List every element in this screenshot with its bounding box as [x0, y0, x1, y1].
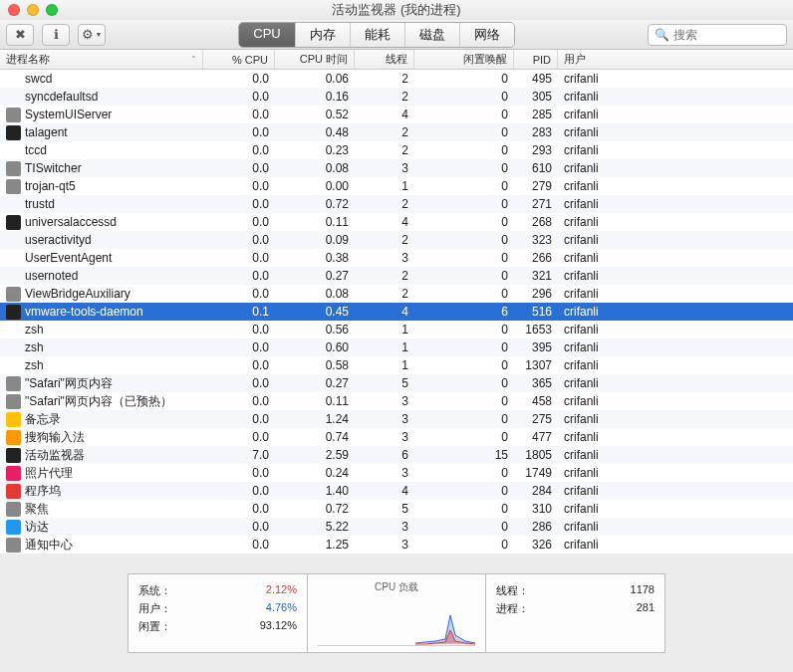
summary-row: 闲置：93.12%: [138, 619, 297, 634]
cell-user: crifanli: [558, 179, 793, 193]
cell-thread: 4: [355, 305, 414, 319]
cpu-load-chart-panel: CPU 负载: [307, 573, 486, 653]
table-row[interactable]: vmware-tools-daemon0.10.4546516crifanli: [0, 303, 793, 321]
app-icon: [6, 484, 21, 499]
process-name: syncdefaultsd: [25, 90, 98, 104]
table-row[interactable]: swcd0.00.0620495crifanli: [0, 70, 793, 88]
table-row[interactable]: "Safari"网页内容0.00.2750365crifanli: [0, 374, 793, 392]
col-header-name[interactable]: 进程名称˄: [0, 50, 203, 69]
table-row[interactable]: 聚焦0.00.7250310crifanli: [0, 500, 793, 518]
cell-cpu: 0.0: [203, 412, 275, 426]
col-header-user[interactable]: 用户: [558, 50, 793, 69]
cell-cpu: 0.1: [203, 305, 275, 319]
tab-网络[interactable]: 网络: [460, 23, 514, 47]
summary-key: 用户：: [138, 601, 171, 616]
table-row[interactable]: 访达0.05.2230286crifanli: [0, 518, 793, 536]
cell-thread: 2: [355, 233, 414, 247]
options-button[interactable]: ⚙▼: [78, 24, 106, 46]
cell-pid: 296: [514, 287, 558, 301]
cell-thread: 1: [355, 179, 414, 193]
col-header-time[interactable]: CPU 时间: [275, 50, 355, 69]
cell-time: 0.16: [275, 90, 355, 104]
table-row[interactable]: SystemUIServer0.00.5240285crifanli: [0, 106, 793, 123]
app-icon: [6, 520, 21, 535]
col-header-cpu[interactable]: % CPU: [203, 50, 275, 69]
tab-能耗[interactable]: 能耗: [351, 23, 405, 47]
cell-wake: 0: [414, 323, 514, 336]
table-row[interactable]: universalaccessd0.00.1140268crifanli: [0, 213, 793, 231]
cell-thread: 4: [355, 484, 414, 498]
cell-thread: 3: [355, 412, 414, 426]
cell-cpu: 7.0: [203, 448, 275, 462]
cell-time: 0.38: [275, 251, 355, 265]
search-field[interactable]: 🔍: [648, 24, 787, 46]
titlebar: 活动监视器 (我的进程): [0, 0, 793, 20]
col-header-thread[interactable]: 线程: [355, 50, 414, 69]
tab-内存[interactable]: 内存: [296, 23, 351, 47]
summary-key: 闲置：: [138, 619, 171, 634]
process-name: SystemUIServer: [25, 108, 112, 121]
process-name: 活动监视器: [25, 447, 85, 464]
table-row[interactable]: useractivityd0.00.0920323crifanli: [0, 231, 793, 249]
table-row[interactable]: TISwitcher0.00.0830610crifanli: [0, 159, 793, 177]
cell-time: 0.27: [275, 376, 355, 390]
cell-user: crifanli: [558, 233, 793, 247]
process-name: trojan-qt5: [25, 179, 76, 193]
table-row[interactable]: 照片代理0.00.24301749crifanli: [0, 464, 793, 482]
cell-time: 0.23: [275, 143, 355, 157]
summary-value: 93.12%: [260, 619, 297, 634]
table-row[interactable]: ViewBridgeAuxiliary0.00.0820296crifanli: [0, 285, 793, 303]
process-name: usernoted: [25, 269, 78, 283]
cell-pid: 1653: [514, 323, 558, 336]
table-row[interactable]: zsh0.00.58101307crifanli: [0, 356, 793, 374]
cell-time: 0.00: [275, 179, 355, 193]
table-row[interactable]: zsh0.00.6010395crifanli: [0, 338, 793, 356]
app-icon: [6, 376, 21, 391]
stop-process-button[interactable]: ✖: [6, 24, 34, 46]
cell-wake: 0: [414, 358, 514, 372]
table-row[interactable]: UserEventAgent0.00.3830266crifanli: [0, 249, 793, 267]
col-header-wake[interactable]: 闲置唤醒: [414, 50, 514, 69]
table-row[interactable]: "Safari"网页内容（已预热）0.00.1130458crifanli: [0, 392, 793, 410]
cell-pid: 275: [514, 412, 558, 426]
cell-time: 1.25: [275, 538, 355, 552]
cell-user: crifanli: [558, 161, 793, 175]
table-row[interactable]: 程序坞0.01.4040284crifanli: [0, 482, 793, 500]
app-icon: [6, 143, 21, 158]
app-icon: [6, 394, 21, 409]
cell-thread: 3: [355, 466, 414, 480]
cell-pid: 305: [514, 90, 558, 104]
cell-cpu: 0.0: [203, 251, 275, 265]
table-row[interactable]: 活动监视器7.02.596151805crifanli: [0, 446, 793, 464]
table-row[interactable]: 通知中心0.01.2530326crifanli: [0, 536, 793, 554]
cell-wake: 0: [414, 125, 514, 139]
table-row[interactable]: trojan-qt50.00.0010279crifanli: [0, 177, 793, 195]
app-icon: [6, 323, 21, 337]
table-row[interactable]: tccd0.00.2320293crifanli: [0, 141, 793, 159]
search-input[interactable]: [673, 28, 780, 42]
cell-thread: 2: [355, 287, 414, 301]
summary-row: 线程：1178: [496, 583, 655, 598]
cell-user: crifanli: [558, 305, 793, 319]
cell-wake: 0: [414, 108, 514, 121]
tab-磁盘[interactable]: 磁盘: [405, 23, 460, 47]
cell-pid: 516: [514, 305, 558, 319]
app-icon: [6, 233, 21, 248]
table-row[interactable]: talagent0.00.4820283crifanli: [0, 123, 793, 141]
cell-wake: 0: [414, 179, 514, 193]
table-row[interactable]: usernoted0.00.2720321crifanli: [0, 267, 793, 285]
table-row[interactable]: syncdefaultsd0.00.1620305crifanli: [0, 88, 793, 106]
cell-pid: 477: [514, 430, 558, 444]
search-icon: 🔍: [655, 28, 669, 42]
cell-time: 1.40: [275, 484, 355, 498]
cell-user: crifanli: [558, 215, 793, 229]
process-name: 聚焦: [25, 501, 49, 518]
tab-CPU[interactable]: CPU: [239, 23, 295, 47]
table-row[interactable]: trustd0.00.7220271crifanli: [0, 195, 793, 213]
table-row[interactable]: zsh0.00.56101653crifanli: [0, 321, 793, 338]
table-row[interactable]: 备忘录0.01.2430275crifanli: [0, 410, 793, 428]
cell-cpu: 0.0: [203, 233, 275, 247]
table-row[interactable]: 搜狗输入法0.00.7430477crifanli: [0, 428, 793, 446]
info-button[interactable]: ℹ: [42, 24, 70, 46]
col-header-pid[interactable]: PID: [514, 50, 558, 69]
